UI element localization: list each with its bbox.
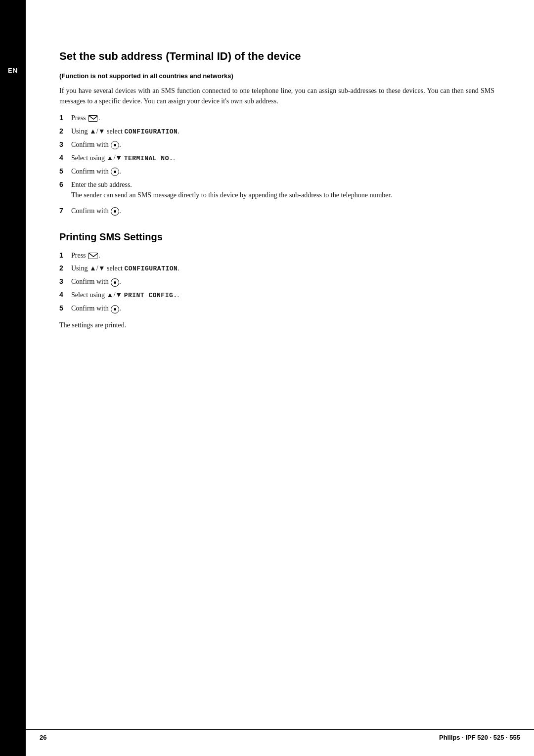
section2-title: Printing SMS Settings (59, 230, 494, 243)
terminal-no-mono: TERMINAL NO. (124, 155, 174, 162)
step-1-4: 4 Select using ▲/▼ TERMINAL NO.. (59, 153, 494, 164)
envelope-icon (89, 253, 97, 259)
step-1-6: 6 Enter the sub address. The sender can … (59, 179, 494, 203)
step-number: 6 (59, 179, 71, 190)
ok-icon (111, 278, 119, 287)
step-text: Confirm with . (71, 139, 494, 150)
section2-footer-note: The settings are printed. (59, 320, 494, 331)
section1-body: If you have several devices with an SMS … (59, 86, 494, 107)
step-1-1: 1 Press . (59, 113, 494, 124)
step-subtext: The sender can send an SMS message direc… (71, 190, 392, 201)
step-number: 1 (59, 113, 71, 124)
section1-subtitle: (Function is not supported in all countr… (59, 72, 494, 81)
step-number: 4 (59, 153, 71, 164)
envelope-svg (89, 253, 98, 260)
step-1-2: 2 Using ▲/▼ select CONFIGURATION. (59, 126, 494, 137)
step-number: 5 (59, 166, 71, 177)
step-2-4: 4 Select using ▲/▼ PRINT CONFIG.. (59, 290, 494, 301)
step-1-7: 7 Confirm with . (59, 206, 494, 217)
ok-icon (111, 168, 119, 176)
language-label: EN (8, 67, 18, 74)
step-number: 3 (59, 276, 71, 287)
page: EN Set the sub address (Terminal ID) of … (0, 0, 534, 756)
step-number: 2 (59, 263, 71, 274)
page-number: 26 (40, 734, 46, 741)
step-text: Press . (71, 250, 494, 261)
step-2-3: 3 Confirm with . (59, 276, 494, 287)
step-number: 2 (59, 126, 71, 137)
step-number: 1 (59, 250, 71, 261)
step-number: 7 (59, 206, 71, 217)
step-text: Using ▲/▼ select CONFIGURATION. (71, 126, 494, 137)
step-text: Confirm with . (71, 206, 494, 217)
envelope-icon (89, 115, 97, 122)
step-text: Confirm with . (71, 303, 494, 314)
ok-icon (111, 207, 119, 216)
step-2-2: 2 Using ▲/▼ select CONFIGURATION. (59, 263, 494, 274)
ok-icon (111, 141, 119, 149)
section1-title: Set the sub address (Terminal ID) of the… (59, 49, 494, 64)
section1-steps: 1 Press . 2 Using ▲/▼ select CONFI (59, 113, 494, 216)
ok-icon (111, 305, 119, 313)
section-terminal-id: Set the sub address (Terminal ID) of the… (59, 49, 494, 217)
step-text: Using ▲/▼ select CONFIGURATION. (71, 263, 494, 274)
step-text: Confirm with . (71, 276, 494, 287)
step-2-5: 5 Confirm with . (59, 303, 494, 314)
step-text: Select using ▲/▼ TERMINAL NO.. (71, 153, 494, 164)
step-number: 3 (59, 139, 71, 150)
step-1-5: 5 Confirm with . (59, 166, 494, 177)
step-2-1: 1 Press . (59, 250, 494, 261)
config-mono: CONFIGURATION (124, 265, 178, 272)
step-number: 4 (59, 290, 71, 301)
section-printing-sms: Printing SMS Settings 1 Press . (59, 230, 494, 331)
step-1-3: 3 Confirm with . (59, 139, 494, 150)
config-mono: CONFIGURATION (124, 128, 178, 135)
step-text: Enter the sub address. (71, 179, 132, 190)
envelope-svg (89, 116, 98, 122)
step-number: 5 (59, 303, 71, 314)
step-text: Select using ▲/▼ PRINT CONFIG.. (71, 290, 494, 301)
language-bar: EN (0, 0, 26, 756)
brand-label: Philips · IPF 520 · 525 · 555 (439, 734, 520, 741)
page-footer: 26 Philips · IPF 520 · 525 · 555 (26, 729, 534, 741)
section2-steps: 1 Press . 2 Using ▲/▼ select CONFI (59, 250, 494, 314)
step-text: Press . (71, 113, 494, 124)
print-config-mono: PRINT CONFIG. (124, 292, 178, 299)
step-text: Confirm with . (71, 166, 494, 177)
main-content: Set the sub address (Terminal ID) of the… (59, 30, 494, 331)
